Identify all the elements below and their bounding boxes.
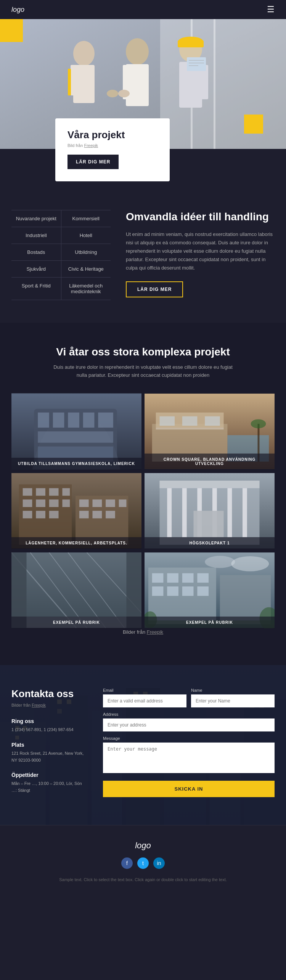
cat-kommersiell[interactable]: Kommersiell (61, 210, 111, 227)
svg-rect-96 (182, 586, 194, 596)
project-label-2: CROWN SQUARE, BLANDAD ANVÄNDNING UTVECKL… (145, 454, 275, 470)
svg-point-88 (231, 556, 269, 572)
project-label-5: EXEMPEL PÅ RUBRIK (11, 617, 141, 628)
menu-icon[interactable]: ☰ (267, 5, 275, 15)
form-row-address: Address (103, 712, 275, 731)
svg-rect-67 (160, 481, 260, 488)
svg-rect-94 (152, 586, 164, 596)
name-input[interactable] (191, 694, 275, 707)
svg-rect-97 (197, 586, 209, 596)
project-card-5[interactable]: EXEMPEL PÅ RUBRIK (11, 552, 141, 628)
svg-rect-58 (119, 499, 127, 507)
project-card-3[interactable]: LÄGENHETER, KOMMERSIELL, ARBETSPLATS. (11, 473, 141, 549)
svg-rect-7 (68, 69, 71, 95)
cat-row-4: Sjukvård Civic & Heritage (11, 261, 111, 278)
svg-rect-53 (49, 499, 59, 507)
svg-point-89 (205, 556, 235, 568)
social-links: f t in (11, 857, 275, 869)
svg-rect-63 (93, 511, 102, 518)
yellow-accent-top-left (0, 19, 23, 42)
svg-point-21 (118, 90, 130, 97)
message-group: Message (103, 736, 275, 773)
svg-rect-38 (160, 416, 175, 426)
address-group: Address (103, 712, 275, 731)
svg-rect-72 (227, 488, 232, 537)
cat-nuvarande[interactable]: Nuvarande projekt (11, 210, 61, 227)
cat-industriell[interactable]: Industriell (11, 227, 61, 244)
form-row-email-name: Email Name (103, 688, 275, 707)
twitter-icon[interactable]: t (137, 857, 149, 869)
svg-rect-57 (106, 499, 115, 507)
submit-button[interactable]: SKICKA IN (103, 781, 275, 797)
svg-rect-27 (53, 412, 64, 428)
email-input[interactable] (103, 694, 186, 707)
svg-rect-91 (167, 573, 178, 583)
svg-rect-28 (68, 412, 79, 428)
header: logo ☰ (0, 0, 286, 19)
hero-card-title: Våra projekt (67, 129, 157, 141)
project-card-6[interactable]: EXEMPEL PÅ RUBRIK (145, 552, 275, 628)
section-cta-button[interactable]: LÄR DIG MER (126, 281, 183, 297)
hero-cta-button[interactable]: LÄR DIG MER (67, 155, 119, 169)
svg-point-8 (126, 38, 149, 65)
freepik-link[interactable]: Freepik (84, 143, 98, 148)
svg-rect-40 (205, 416, 220, 426)
hero-card: Våra projekt Bild från Freepik LÄR DIG M… (55, 118, 170, 181)
svg-rect-61 (49, 511, 59, 518)
svg-rect-13 (178, 40, 204, 47)
svg-rect-30 (98, 412, 113, 428)
svg-rect-26 (38, 412, 49, 428)
name-label: Name (191, 688, 275, 693)
facebook-icon[interactable]: f (121, 857, 133, 869)
phone-number: 1 (234) 567-891, 1 (234) 987-654 (11, 727, 88, 733)
cat-bostads[interactable]: Bostads (11, 244, 61, 260)
cat-lakemedel[interactable]: Läkemedel och medicinteknik (61, 278, 111, 300)
svg-rect-31 (38, 431, 113, 443)
svg-rect-93 (197, 573, 209, 583)
svg-rect-56 (93, 499, 102, 507)
project-card-4[interactable]: HÖGSKOLEPAKT 1 (145, 473, 275, 549)
cat-hotell[interactable]: Hotell (61, 227, 111, 244)
cat-utbildning[interactable]: Utbildning (61, 244, 111, 260)
section-body: Ut enim ad minim veniam, quis nostrud ex… (126, 230, 275, 272)
email-group: Email (103, 688, 186, 707)
phone-heading: Ring oss (11, 718, 88, 724)
hours-heading: Öppettider (11, 772, 88, 778)
message-input[interactable] (103, 743, 275, 773)
cat-sport[interactable]: Sport & Fritid (11, 278, 61, 300)
project-label-3: LÄGENHETER, KOMMERSIELL, ARBETSPLATS. (11, 537, 141, 549)
svg-rect-29 (83, 412, 95, 428)
footer-logo: logo (11, 841, 275, 851)
svg-rect-51 (23, 499, 32, 507)
svg-point-43 (251, 419, 266, 428)
svg-rect-48 (36, 488, 45, 496)
cat-sjukvard[interactable]: Sjukvård (11, 261, 61, 277)
linkedin-icon[interactable]: in (153, 857, 165, 869)
project-card-1[interactable]: UTBILDA TILLSAMMANS GYMNASIESKOLA, LIMER… (11, 393, 141, 470)
contact-credit: Bilder från Freepik (11, 703, 88, 707)
freepik-link-3[interactable]: Freepik (32, 703, 46, 707)
name-group: Name (191, 688, 275, 707)
photo-credit: Bilder från Freepik (48, 628, 238, 636)
cat-civic[interactable]: Civic & Heritage (61, 261, 111, 277)
section-description: Omvandla idéer till handling Ut enim ad … (126, 210, 275, 300)
cat-row-1: Nuvarande projekt Kommersiell (11, 210, 111, 227)
svg-rect-69 (182, 488, 187, 537)
address-input[interactable] (103, 718, 275, 731)
svg-rect-73 (243, 488, 247, 537)
project-card-2[interactable]: CROWN SQUARE, BLANDAD ANVÄNDNING UTVECKL… (145, 393, 275, 470)
svg-rect-74 (193, 511, 223, 537)
project-label-1: UTBILDA TILLSAMMANS GYMNASIESKOLA, LIMER… (11, 458, 141, 470)
svg-rect-68 (167, 488, 172, 537)
svg-rect-6 (71, 65, 77, 95)
svg-rect-95 (167, 586, 178, 596)
svg-rect-92 (182, 573, 194, 583)
hero-section: Våra projekt Bild från Freepik LÄR DIG M… (0, 19, 286, 187)
address-heading: Plats (11, 742, 88, 748)
projects-grid: UTBILDA TILLSAMMANS GYMNASIESKOLA, LIMER… (11, 393, 275, 628)
projects-title: Vi åtar oss stora komplexa projekt (11, 346, 275, 358)
address-label: Address (103, 712, 275, 717)
svg-rect-41 (156, 428, 224, 429)
svg-rect-52 (36, 499, 45, 507)
freepik-link-2[interactable]: Freepik (147, 629, 163, 635)
